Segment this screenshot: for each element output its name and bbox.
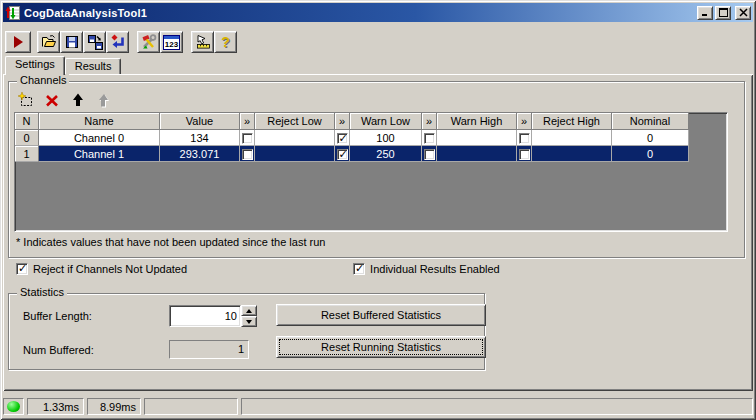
options-row: Reject if Channels Not Updated Individua… (16, 263, 500, 275)
save-button[interactable] (60, 31, 83, 53)
column-header-value[interactable]: Value (160, 113, 240, 130)
status-time-1: 1.33ms (27, 398, 84, 415)
save-as-button[interactable] (83, 31, 106, 53)
cell-name[interactable]: Channel 1 (39, 146, 160, 162)
new-item-icon (18, 92, 34, 108)
move-up-button[interactable] (70, 92, 86, 108)
update-note: * Indicates values that have not been up… (16, 236, 325, 248)
cell-reject-low-enable[interactable] (240, 146, 255, 162)
cell-name[interactable]: Channel 0 (39, 130, 160, 146)
cell-warn-high-enable[interactable] (422, 130, 437, 146)
num-buffered-field: 1 (169, 340, 249, 359)
reject-if-not-updated-checkbox[interactable] (16, 263, 28, 275)
open-folder-icon (41, 34, 57, 50)
add-channel-button[interactable] (18, 92, 34, 108)
cell-reject-high-enable[interactable] (517, 130, 532, 146)
open-button[interactable] (37, 31, 60, 53)
cell-warn-low[interactable]: 100 (350, 130, 422, 146)
run-button[interactable] (5, 31, 31, 53)
run-icon (10, 34, 26, 50)
column-header-warn-high[interactable]: Warn High (437, 113, 517, 130)
checkbox[interactable] (424, 149, 435, 160)
column-header-warn-low[interactable]: Warn Low (350, 113, 422, 130)
cell-warn-low-enable[interactable] (335, 146, 350, 162)
individual-results-label: Individual Results Enabled (370, 263, 500, 275)
cell-row-number[interactable]: 0 (15, 130, 39, 146)
help-button[interactable]: ? (214, 31, 237, 53)
status-time-2: 8.99ms (87, 398, 141, 415)
delete-channel-button[interactable] (44, 92, 60, 108)
checkbox[interactable] (242, 133, 253, 144)
column-header-n[interactable]: N (15, 113, 39, 130)
checkbox[interactable] (424, 133, 435, 144)
checkbox[interactable] (242, 149, 253, 160)
buffer-length-spinner (169, 305, 257, 327)
column-header-name[interactable]: Name (39, 113, 160, 130)
cell-nominal[interactable]: 0 (612, 130, 689, 146)
spinner-up-button[interactable] (241, 305, 257, 316)
window-title: CogDataAnalysisTool1 (24, 7, 697, 19)
statistics-group-label: Statistics (17, 286, 67, 298)
reset-return-icon (110, 34, 126, 50)
channels-group: Channels (8, 81, 745, 258)
column-header-nominal[interactable]: Nominal (612, 113, 689, 130)
reset-running-button[interactable]: Reset Running Statistics (276, 336, 486, 358)
cell-value[interactable]: 293.071 (160, 146, 240, 162)
column-header-chevron-1[interactable]: » (240, 113, 255, 130)
spinner-down-button[interactable] (241, 316, 257, 327)
tools-icon (141, 34, 157, 50)
toolbar: 123 ? (3, 23, 753, 55)
statistics-group: Statistics Buffer Length: Reset Buffered… (8, 293, 485, 370)
tab-results[interactable]: Results (65, 58, 122, 74)
close-button[interactable] (735, 6, 751, 20)
cell-value[interactable]: 134 (160, 130, 240, 146)
reset-button[interactable] (106, 31, 129, 53)
cell-warn-high-enable[interactable] (422, 146, 437, 162)
table-row-selected[interactable]: 1 Channel 1 293.071 250 0 (15, 146, 689, 162)
cell-warn-high[interactable] (437, 146, 517, 162)
reset-buffered-button[interactable]: Reset Buffered Statistics (276, 304, 486, 326)
cell-reject-high-enable[interactable] (517, 146, 532, 162)
checkbox[interactable] (337, 149, 348, 160)
column-header-reject-high[interactable]: Reject High (532, 113, 612, 130)
column-header-reject-low[interactable]: Reject Low (255, 113, 335, 130)
cell-warn-high[interactable] (437, 130, 517, 146)
minimize-button[interactable] (697, 6, 713, 20)
header-row: N Name Value » Reject Low » Warn Low » W… (15, 113, 689, 130)
tab-settings[interactable]: Settings (5, 56, 65, 75)
checkbox[interactable] (519, 133, 530, 144)
column-header-chevron-2[interactable]: » (335, 113, 350, 130)
window: CogDataAnalysisTool1 (0, 0, 756, 420)
reject-if-not-updated-label: Reject if Channels Not Updated (33, 263, 187, 275)
column-header-chevron-3[interactable]: » (422, 113, 437, 130)
channels-group-label: Channels (17, 74, 69, 86)
table-row[interactable]: 0 Channel 0 134 100 0 (15, 130, 689, 146)
checkbox[interactable] (337, 133, 348, 144)
num-buffered-label: Num Buffered: (23, 344, 94, 356)
help-icon: ? (221, 34, 230, 50)
individual-results-checkbox[interactable] (353, 263, 365, 275)
status-panel-3 (144, 398, 238, 415)
cell-warn-low-enable[interactable] (335, 130, 350, 146)
cell-warn-low[interactable]: 250 (350, 146, 422, 162)
buffer-length-input[interactable] (169, 305, 241, 327)
position-tool-button[interactable] (191, 31, 214, 53)
checkbox[interactable] (519, 149, 530, 160)
save-icon (64, 34, 80, 50)
cell-row-number[interactable]: 1 (15, 146, 39, 162)
buffer-length-label: Buffer Length: (23, 310, 92, 322)
cell-nominal[interactable]: 0 (612, 146, 689, 162)
cell-reject-high[interactable] (532, 130, 612, 146)
channels-grid[interactable]: N Name Value » Reject Low » Warn Low » W… (14, 112, 728, 232)
maximize-button[interactable] (715, 6, 731, 20)
column-header-chevron-4[interactable]: » (517, 113, 532, 130)
cell-reject-low[interactable] (255, 130, 335, 146)
cell-reject-low-enable[interactable] (240, 130, 255, 146)
titlebar[interactable]: CogDataAnalysisTool1 (3, 3, 753, 22)
cell-reject-high[interactable] (532, 146, 612, 162)
tools-button[interactable] (137, 31, 160, 53)
individual-results-option[interactable]: Individual Results Enabled (353, 263, 500, 275)
reject-if-not-updated-option[interactable]: Reject if Channels Not Updated (16, 263, 187, 275)
numeric-display-button[interactable]: 123 (160, 31, 183, 53)
cell-reject-low[interactable] (255, 146, 335, 162)
